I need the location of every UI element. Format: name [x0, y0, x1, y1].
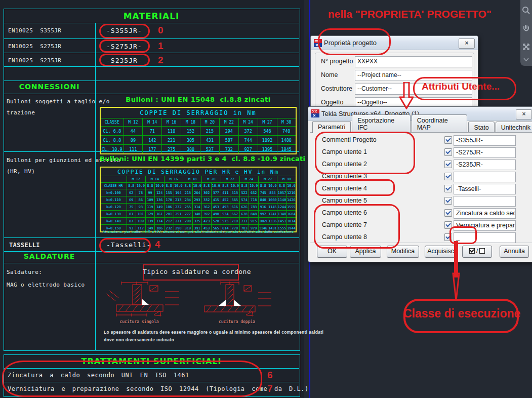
- bolt-size-header-cell: M 18: [183, 176, 202, 183]
- bolt-table-1-header-cell: M 16: [162, 118, 181, 127]
- checkbox-checked[interactable]: [444, 173, 452, 180]
- bolt-torque-cell: 916: [259, 204, 268, 211]
- chevron-down-icon[interactable]: [523, 58, 529, 62]
- bolts-friction-label-2: (HR, HV): [7, 168, 35, 175]
- bolt-torque-cell: 1216: [287, 189, 296, 196]
- dialog2-row-input[interactable]: -S355JR-: [454, 135, 516, 146]
- dialog2-row-input[interactable]: -S235JR-: [454, 160, 516, 170]
- bolt-torque-cell: 174: [155, 218, 165, 225]
- dialog1-field-input[interactable]: XXPXX: [355, 56, 472, 67]
- bolt-table-1-title: COPPIE DI SERRAGGIO in Nm: [100, 107, 296, 118]
- bolt-torque-cell: 177: [143, 145, 162, 154]
- pan-hand-icon[interactable]: [522, 24, 530, 33]
- bolt-torque-cell: 740: [277, 127, 296, 136]
- dialog1-field-label: Costruttore: [321, 85, 352, 92]
- checkbox-checked[interactable]: [444, 161, 452, 168]
- move-icon[interactable]: [522, 43, 530, 51]
- checkbox-checked[interactable]: [444, 197, 452, 205]
- tasselli-value: -Tasselli-: [106, 241, 151, 249]
- material-grade-value: -S235JR-: [106, 57, 142, 64]
- bolt-torque-cell: 75: [127, 204, 136, 211]
- bolt-table-1-header-cell: CLASSE: [100, 118, 124, 127]
- k-factor-cell: k=0.130: [100, 211, 127, 218]
- bolt-torque-cell: 783: [249, 204, 259, 211]
- weld-typical-label: Tipico saldature a cordone: [143, 268, 237, 275]
- annulla-button[interactable]: Annulla: [500, 246, 529, 258]
- classe-arrow-annotation: [452, 241, 462, 302]
- zoom-icon[interactable]: [522, 6, 530, 15]
- bolt-torque-cell: 142: [143, 136, 162, 145]
- bolt-table2-heading: Bulloni: UNI EN 14399 parti 3 e 4 cl. 8.…: [100, 155, 297, 163]
- dialog2-close-button[interactable]: ×: [516, 109, 532, 120]
- checkbox-checked[interactable]: [444, 185, 452, 192]
- bolt-torque-cell: 1426: [287, 196, 296, 204]
- bolt-table-1-header-cell: M 12: [124, 118, 143, 127]
- bolt-torque-cell: 170: [164, 196, 174, 204]
- dialog2-row-input[interactable]: [454, 196, 516, 207]
- bolt-torque-cell: 161: [155, 211, 165, 218]
- bolt-torque-cell: 719: [230, 218, 240, 225]
- bolt-torque-cell: 848: [249, 211, 259, 218]
- dialog2-row-input[interactable]: Zincatura a caldo secc: [454, 208, 516, 219]
- toggle-all-checkboxes-button[interactable]: /: [462, 246, 492, 258]
- bolt-torque-cell: 155: [164, 189, 174, 196]
- down-arrow-annotation: [399, 82, 414, 109]
- bolt-torque-cell: 667: [230, 211, 240, 218]
- k-factor-cell: k=0.120: [100, 204, 127, 211]
- bolt-torque-cell: 217: [164, 218, 174, 225]
- cad-row-line: [4, 81, 299, 81]
- bolt-torque-cell: 78: [136, 189, 146, 196]
- bolt-torque-cell: 718: [249, 196, 259, 204]
- bolt-class-cell: CL. 6.8: [100, 127, 124, 136]
- checkbox-checked[interactable]: [444, 209, 452, 217]
- bolt-torque-cell: 129: [145, 211, 155, 218]
- tab-esportazione-ifc[interactable]: Esportazione IFC: [352, 114, 410, 133]
- tasselli-annotation-number: 4: [155, 239, 160, 250]
- cad-row-line: [4, 237, 299, 238]
- checkbox-checked[interactable]: [444, 136, 452, 144]
- bolt-torque-cell: 1145: [268, 204, 277, 211]
- bolt-table-1-header-cell: M 18: [181, 118, 200, 127]
- side-toolbar: [520, 0, 532, 66]
- tab-coordinate-map[interactable]: Coordinate MAP: [412, 114, 468, 133]
- k-factor-cell: k=0.100: [100, 189, 127, 196]
- weld-note-line2: dove non diversamente indicato: [104, 337, 174, 342]
- saldature-label: Saldature:: [7, 269, 42, 275]
- bolt-size-header-cell: M 24: [239, 176, 258, 183]
- bolt-torque-cell: 744: [238, 136, 258, 145]
- bolt-torque-cell: 71: [143, 127, 162, 136]
- bolt-torque-cell: 101: [136, 211, 146, 218]
- toggle-slash: /: [476, 248, 478, 255]
- dialog2-row-input[interactable]: -S275JR-: [454, 147, 516, 158]
- bolt-class-header-cell: CLASSE HR: [100, 183, 127, 189]
- tab-stato[interactable]: Stato: [468, 122, 494, 133]
- bolt-subclass-cell: 10.9: [249, 183, 259, 189]
- bolt-torque-cell: 1060: [268, 196, 277, 204]
- bolt-table-2-title: COPPIE DI SERRAGGIO PER HR e HV in Nm: [100, 167, 296, 176]
- dialog1-close-button[interactable]: ×: [459, 38, 475, 49]
- bolt-table-1-header-cell: M 20: [200, 118, 220, 127]
- bolt-torque-cell: 44: [124, 127, 143, 136]
- bolt-torque-cell: 915: [249, 218, 259, 225]
- bolt-torque-cell: 69: [127, 196, 136, 204]
- bolt-torque-cell: 732: [219, 145, 238, 154]
- bolt-torque-cell: 86: [136, 196, 146, 204]
- tab-unitechnik[interactable]: Unitechnik: [496, 122, 532, 133]
- bolt-table-1-header-cell: M 14: [143, 118, 162, 127]
- dialog2-row-input[interactable]: [454, 172, 516, 182]
- cad-row-line: [4, 66, 299, 67]
- bolt-torque-cell: 314: [192, 204, 202, 211]
- bolt-torque-cell: 745: [259, 189, 268, 196]
- bolt-torque-cell: 522: [239, 189, 249, 196]
- bolt-torque-cell: 587: [219, 136, 238, 145]
- bolt-size-header-cell: M 14: [145, 176, 164, 183]
- checkbox-checked[interactable]: [444, 148, 452, 156]
- bolt-torque-cell: 372: [238, 127, 258, 136]
- bolt-table2-note: Attenzione: per bulloni HR e HV, attener…: [100, 229, 297, 234]
- material-grade-value: -S355JR-: [106, 27, 142, 34]
- bolt-torque-cell: 1336: [268, 218, 277, 225]
- weld-detail-sketches: cucitura singola cucitura doppia: [101, 282, 294, 326]
- bolt-torque-cell: 411: [221, 189, 230, 196]
- bolt-torque-cell: 264: [192, 189, 202, 196]
- dialog2-row-input[interactable]: -Tasselli-: [454, 184, 516, 194]
